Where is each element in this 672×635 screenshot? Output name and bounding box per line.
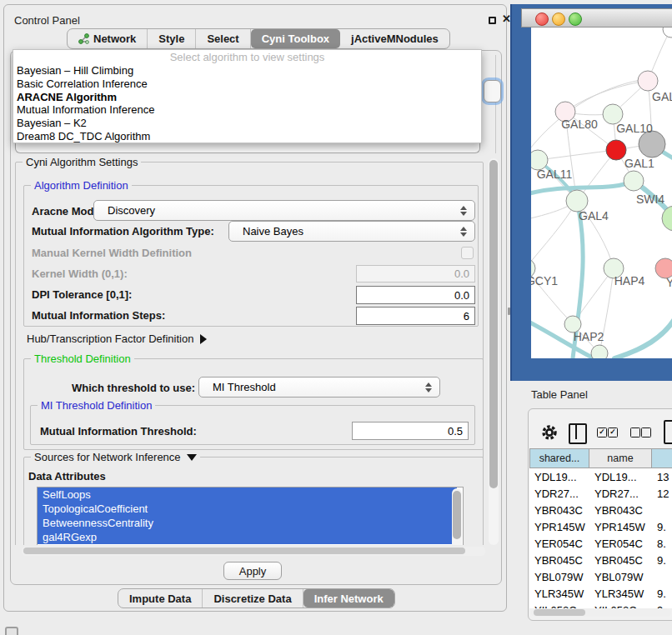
network-node[interactable] [591, 345, 608, 358]
network-edge[interactable] [614, 319, 672, 358]
network-node-label: GAL80 [561, 118, 598, 131]
deselect-all-columns-button[interactable] [630, 428, 652, 438]
column-header-partial[interactable] [652, 448, 672, 468]
mac-zoom-button[interactable] [569, 12, 582, 26]
float-window-icon[interactable] [489, 17, 496, 24]
table-row[interactable]: YDL19...YDL19...13 [529, 468, 672, 485]
tab-label: Infer Network [314, 592, 384, 605]
data-attribute-item[interactable]: TopologicalCoefficient [38, 502, 457, 516]
mi-threshold-field[interactable]: 0.5 [352, 422, 469, 440]
table-row[interactable]: YDR27...YDR27...12 [529, 485, 672, 502]
hub-definition-toggle[interactable]: Hub/Transcription Factor Definition [27, 332, 207, 345]
apply-button[interactable]: Apply [223, 562, 282, 580]
mi-steps-field[interactable]: 6 [356, 307, 475, 325]
table-horizontal-scrollbar[interactable] [531, 608, 671, 617]
table-row[interactable]: YBR043CYBR043C [529, 502, 672, 518]
table-cell: YER054C [529, 538, 589, 550]
table-cell: 9. [652, 588, 672, 600]
data-attribute-item[interactable]: SelfLoops [38, 488, 457, 502]
kernel-width-field[interactable]: 0.0 [356, 265, 475, 282]
network-node[interactable] [638, 71, 658, 91]
tab-impute-data[interactable]: Impute Data [118, 589, 203, 608]
tab-style[interactable]: Style [148, 29, 196, 48]
sources-title: Sources for Network Inference [34, 451, 181, 463]
dpi-tolerance-field[interactable]: 0.0 [356, 286, 475, 304]
tab-cyni-toolbox[interactable]: Cyni Toolbox [251, 29, 340, 48]
network-icon [78, 33, 89, 44]
data-attribute-item[interactable]: BetweennessCentrality [38, 516, 457, 530]
mi-type-select[interactable]: Naive Bayes [228, 221, 475, 242]
tab-network[interactable]: Network [68, 29, 148, 48]
dropdown-item[interactable]: Bayesian – K2 [13, 117, 481, 130]
dropdown-item[interactable]: ARACNE Algorithm [13, 91, 481, 104]
table-row[interactable]: YER054CYER054C8. [529, 535, 672, 552]
which-threshold-value: MI Threshold [213, 381, 276, 393]
tab-discretize-data[interactable]: Discretize Data [203, 589, 303, 608]
table-cell: YDL19... [589, 471, 652, 483]
dropdown-item[interactable]: Dream8 DC_TDC Algorithm [13, 130, 481, 143]
sources-title-row[interactable]: Sources for Network Inference [31, 451, 200, 463]
mac-close-button[interactable] [535, 12, 549, 26]
minimized-panel-icon[interactable] [5, 627, 18, 635]
export-table-button[interactable] [664, 420, 672, 444]
tab-jactivemnodules[interactable]: jActiveMNodules [340, 29, 449, 48]
kernel-width-label: Kernel Width (0,1): [32, 268, 128, 280]
list-scrollbar-thumb[interactable] [453, 491, 461, 539]
network-node[interactable] [606, 140, 626, 160]
tab-select[interactable]: Select [196, 29, 250, 48]
table-cell: YBR045C [529, 554, 589, 567]
column-header-name[interactable]: name [589, 448, 652, 468]
dropdown-item[interactable]: Bayesian – Hill Climbing [13, 64, 481, 78]
manual-kernel-checkbox[interactable] [461, 247, 474, 259]
which-threshold-label: Which threshold to use: [72, 382, 195, 394]
tab-label: Cyni Toolbox [262, 32, 329, 45]
tab-infer-network[interactable]: Infer Network [303, 589, 394, 608]
network-edge[interactable] [531, 201, 577, 268]
table-settings-button[interactable] [540, 422, 559, 442]
network-canvas[interactable]: GALGAL80GAL10GAL1GAL11SWI4GAL4GCY1HAP4YH… [531, 28, 672, 358]
select-all-columns-button[interactable]: ✓ ✓ [597, 428, 619, 438]
algorithm-dropdown-popup: Select algorithm to view settings Bayesi… [13, 49, 482, 143]
table-row[interactable]: YBL079WYBL079W [529, 568, 672, 585]
table-row[interactable]: YPR145WYPR145W9. [529, 518, 672, 535]
table-hscrollbar-thumb[interactable] [534, 609, 585, 616]
network-edge[interactable] [538, 150, 616, 160]
table-cell: YLR345W [589, 588, 652, 600]
table-cell: 12 [652, 488, 672, 500]
settings-hscrollbar-thumb[interactable] [23, 548, 465, 554]
mi-type-label: Mutual Information Algorithm Type: [32, 225, 214, 238]
table-cell: 8. [652, 538, 672, 550]
table-row[interactable]: YIL052CYIL052C9 [529, 602, 672, 608]
network-edge[interactable] [531, 79, 646, 152]
table-cell: YBR043C [529, 504, 589, 517]
checked-box-icon: ✓ [608, 428, 618, 438]
mac-minimize-button[interactable] [552, 12, 565, 26]
list-vertical-scrollbar[interactable] [452, 488, 462, 545]
data-attribute-item[interactable]: gal4RGexp [38, 530, 457, 544]
column-header-shared-name[interactable]: shared... [529, 448, 589, 468]
table-cell: YBR043C [589, 504, 652, 517]
tab-label: Network [93, 32, 136, 45]
table-row[interactable]: YBR045CYBR045C9. [529, 552, 672, 568]
table-cell: YPR145W [529, 521, 589, 533]
spinner-arrows-icon [460, 227, 467, 237]
threshold-definition-title: Threshold Definition [31, 352, 134, 365]
data-attributes-listbox: SelfLoopsTopologicalCoefficientBetweenne… [37, 487, 464, 545]
network-window-titlebar[interactable] [521, 8, 672, 28]
network-node[interactable] [624, 171, 644, 191]
mi-steps-label: Mutual Information Steps: [32, 309, 165, 322]
aracne-mode-select[interactable]: Discovery [93, 200, 475, 221]
cyni-algorithm-settings-title: Cyni Algorithm Settings [23, 157, 141, 168]
split-panel-button[interactable] [569, 423, 587, 444]
settings-vertical-scrollbar[interactable] [489, 158, 499, 545]
dropdown-item[interactable]: Mutual Information Inference [13, 103, 481, 117]
algorithm-dropdown-list: Bayesian – Hill ClimbingBasic Correlatio… [13, 64, 481, 143]
tab-label: Select [207, 32, 238, 45]
table-row[interactable]: YLR345WYLR345W9. [529, 585, 672, 602]
settings-vscrollbar-thumb[interactable] [489, 160, 498, 488]
network-node[interactable] [663, 28, 672, 38]
settings-horizontal-scrollbar[interactable] [22, 547, 485, 556]
table-cell: YPR145W [589, 521, 652, 533]
dropdown-item[interactable]: Basic Correlation Inference [13, 78, 481, 91]
which-threshold-select[interactable]: MI Threshold [198, 377, 440, 398]
